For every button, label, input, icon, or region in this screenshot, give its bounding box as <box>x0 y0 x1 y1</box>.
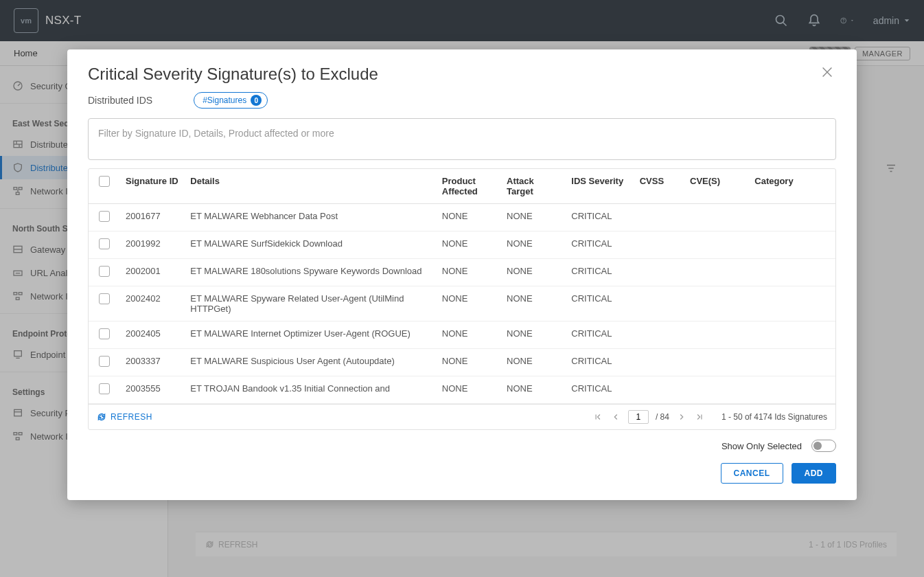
cell-details: ET MALWARE 180solutions Spyware Keywords… <box>185 259 437 286</box>
cell-severity: CRITICAL <box>566 321 634 349</box>
last-page-icon[interactable] <box>694 411 705 422</box>
cell-cve <box>684 349 749 376</box>
cell-details: ET TROJAN Bandook v1.35 Initial Connecti… <box>185 376 437 404</box>
refresh-label: REFRESH <box>111 412 152 422</box>
page-input[interactable] <box>628 410 649 424</box>
cell-attack: NONE <box>501 349 566 376</box>
cell-category <box>749 204 835 231</box>
col-category[interactable]: Category <box>749 169 835 204</box>
add-button[interactable]: ADD <box>792 463 837 484</box>
table-row[interactable]: 2003337 ET MALWARE Suspicious User Agent… <box>89 349 835 376</box>
table-row[interactable]: 2001992 ET MALWARE SurfSidekick Download… <box>89 231 835 259</box>
table-row[interactable]: 2001677 ET MALWARE Webhancer Data Post N… <box>89 204 835 231</box>
row-checkbox[interactable] <box>99 383 110 394</box>
signatures-chip[interactable]: #Signatures 0 <box>194 92 268 109</box>
cell-cvss <box>634 231 684 259</box>
show-only-selected-toggle[interactable] <box>811 440 836 452</box>
cell-product: NONE <box>437 286 501 321</box>
total-pages: / 84 <box>656 412 669 422</box>
cell-cve <box>684 204 749 231</box>
cell-product: NONE <box>437 321 501 349</box>
col-attack[interactable]: Attack Target <box>501 169 566 204</box>
cell-signature-id: 2003337 <box>120 349 185 376</box>
first-page-icon[interactable] <box>592 411 603 422</box>
modal-title: Critical Severity Signature(s) to Exclud… <box>88 65 378 84</box>
table-row[interactable]: 2003555 ET TROJAN Bandook v1.35 Initial … <box>89 376 835 404</box>
cell-severity: CRITICAL <box>566 259 634 286</box>
cell-details: ET MALWARE Webhancer Data Post <box>185 204 437 231</box>
table-footer: REFRESH / 84 <box>89 404 835 429</box>
cell-details: ET MALWARE Internet Optimizer User-Agent… <box>185 321 437 349</box>
row-checkbox[interactable] <box>99 328 110 339</box>
col-product[interactable]: Product Affected <box>437 169 501 204</box>
cell-category <box>749 231 835 259</box>
modal-subtitle: Distributed IDS <box>88 95 152 106</box>
row-checkbox[interactable] <box>99 293 110 304</box>
prev-page-icon[interactable] <box>610 411 621 422</box>
col-signature-id[interactable]: Signature ID <box>120 169 185 204</box>
cell-attack: NONE <box>501 259 566 286</box>
cell-product: NONE <box>437 349 501 376</box>
cell-signature-id: 2002405 <box>120 321 185 349</box>
table-row[interactable]: 2002001 ET MALWARE 180solutions Spyware … <box>89 259 835 286</box>
cell-product: NONE <box>437 376 501 404</box>
cell-category <box>749 321 835 349</box>
cell-cvss <box>634 204 684 231</box>
row-checkbox[interactable] <box>99 356 110 367</box>
exclude-signatures-modal: Critical Severity Signature(s) to Exclud… <box>67 49 857 500</box>
cell-details: ET MALWARE SurfSidekick Download <box>185 231 437 259</box>
cell-signature-id: 2003555 <box>120 376 185 404</box>
cell-signature-id: 2002001 <box>120 259 185 286</box>
row-checkbox[interactable] <box>99 211 110 222</box>
cell-severity: CRITICAL <box>566 349 634 376</box>
cell-attack: NONE <box>501 286 566 321</box>
cell-details: ET MALWARE Suspicious User Agent (Autoup… <box>185 349 437 376</box>
cell-category <box>749 376 835 404</box>
signatures-table: Signature ID Details Product Affected At… <box>88 168 836 430</box>
cell-cve <box>684 259 749 286</box>
pager-summary: 1 - 50 of 4174 Ids Signatures <box>721 412 827 422</box>
cell-cve <box>684 376 749 404</box>
cell-category <box>749 259 835 286</box>
cell-severity: CRITICAL <box>566 204 634 231</box>
refresh-button[interactable]: REFRESH <box>97 412 152 422</box>
next-page-icon[interactable] <box>676 411 687 422</box>
cell-product: NONE <box>437 259 501 286</box>
cell-signature-id: 2002402 <box>120 286 185 321</box>
show-only-selected-label: Show Only Selected <box>721 441 802 451</box>
modal-overlay: Critical Severity Signature(s) to Exclud… <box>0 0 924 577</box>
col-severity[interactable]: IDS Severity <box>566 169 634 204</box>
cell-cve <box>684 231 749 259</box>
cancel-button[interactable]: CANCEL <box>721 463 783 484</box>
cell-details: ET MALWARE Spyware Related User-Agent (U… <box>185 286 437 321</box>
close-icon[interactable] <box>820 65 836 81</box>
cell-cve <box>684 321 749 349</box>
cell-severity: CRITICAL <box>566 286 634 321</box>
col-details[interactable]: Details <box>185 169 437 204</box>
select-all-checkbox[interactable] <box>99 176 110 187</box>
table-row[interactable]: 2002405 ET MALWARE Internet Optimizer Us… <box>89 321 835 349</box>
cell-signature-id: 2001992 <box>120 231 185 259</box>
cell-product: NONE <box>437 204 501 231</box>
chip-count: 0 <box>251 95 262 106</box>
col-cvss[interactable]: CVSS <box>634 169 684 204</box>
cell-product: NONE <box>437 231 501 259</box>
cell-cvss <box>634 259 684 286</box>
cell-attack: NONE <box>501 231 566 259</box>
search-input[interactable]: Filter by Signature ID, Details, Product… <box>88 118 836 160</box>
cell-attack: NONE <box>501 376 566 404</box>
cell-category <box>749 349 835 376</box>
cell-cvss <box>634 286 684 321</box>
pager: / 84 1 - 50 of 4174 Ids Signatures <box>592 410 827 424</box>
row-checkbox[interactable] <box>99 238 110 249</box>
cell-cvss <box>634 321 684 349</box>
cell-cve <box>684 286 749 321</box>
cell-attack: NONE <box>501 204 566 231</box>
cell-severity: CRITICAL <box>566 376 634 404</box>
cell-cvss <box>634 349 684 376</box>
table-row[interactable]: 2002402 ET MALWARE Spyware Related User-… <box>89 286 835 321</box>
col-cve[interactable]: CVE(S) <box>684 169 749 204</box>
cell-severity: CRITICAL <box>566 231 634 259</box>
cell-attack: NONE <box>501 321 566 349</box>
row-checkbox[interactable] <box>99 266 110 277</box>
